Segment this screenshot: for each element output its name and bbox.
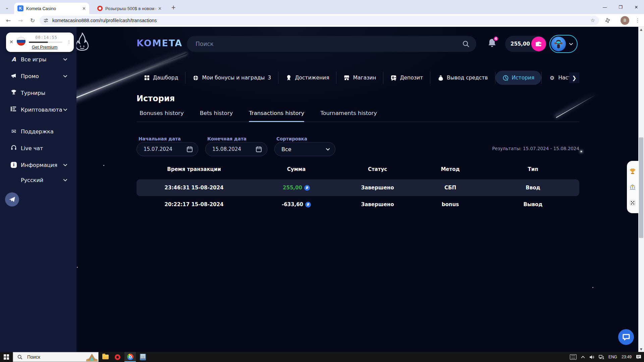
tab-close-icon[interactable]: ✕ <box>158 6 162 11</box>
sidebar-item-label: Криптовалюта <box>21 107 62 113</box>
news-reader-icon[interactable] <box>570 354 577 360</box>
bank-icon[interactable] <box>629 184 636 190</box>
livechat-headset-icon <box>10 145 17 152</box>
window-close-button[interactable]: ✕ <box>629 0 644 14</box>
chevron-down-icon <box>569 42 573 46</box>
scroll-down-arrow[interactable]: ▼ <box>638 348 644 351</box>
reload-button[interactable]: ↻ <box>27 14 38 27</box>
sidebar-item-all-games[interactable]: A Все игры <box>0 53 76 66</box>
overlay-close-icon[interactable]: ✕ <box>9 39 13 45</box>
scroll-up-arrow[interactable]: ▲ <box>638 28 644 31</box>
dice-icon[interactable] <box>629 199 636 206</box>
table-row[interactable]: 20:22:17 15-08-2024 -633,60 ₽ Завершено … <box>137 196 579 213</box>
sidebar-item-tournaments[interactable]: Турниры <box>0 86 76 100</box>
get-premium-link[interactable]: Get Premium <box>23 45 66 50</box>
extensions-puzzle-icon[interactable] <box>604 18 610 23</box>
start-date-input[interactable]: 15.07.2024 <box>137 142 198 156</box>
browser-menu-icon[interactable]: ⋮ <box>632 14 643 27</box>
tab-close-icon[interactable]: ✕ <box>82 6 86 11</box>
calendar-icon[interactable] <box>187 146 193 152</box>
nav-label: История <box>512 75 535 81</box>
nav-bonuses[interactable]: Мои бонусы и награды 3 <box>185 75 278 81</box>
search-icon[interactable] <box>462 40 470 48</box>
sort-select[interactable]: Все <box>274 142 335 156</box>
sort-value: Все <box>281 146 291 153</box>
browser-tab-inactive[interactable]: Розыгрыш 500$ в новом кази ✕ <box>94 3 165 14</box>
start-button[interactable] <box>0 352 13 362</box>
sidebar-item-live-chat[interactable]: Live чат <box>0 141 76 155</box>
calendar-icon[interactable] <box>256 146 262 152</box>
taskbar-search[interactable]: Поиск <box>13 352 99 362</box>
promo-megaphone-icon <box>10 73 17 80</box>
star-dot <box>592 287 593 288</box>
wallet-button[interactable] <box>531 37 546 51</box>
cell-status: Завершено <box>341 185 414 191</box>
site-search[interactable] <box>187 36 476 52</box>
file-explorer-icon[interactable] <box>100 352 111 362</box>
opera-icon[interactable] <box>112 352 123 362</box>
back-button[interactable]: ← <box>3 14 14 27</box>
language-indicator[interactable]: ENG <box>608 355 617 359</box>
balance-pill[interactable]: 255,00 ₽ <box>505 36 547 52</box>
sidebar-item-information[interactable]: i Информация <box>0 158 76 172</box>
end-date-input[interactable]: 15.08.2024 <box>205 142 267 156</box>
nav-shop[interactable]: Магазин <box>336 75 383 81</box>
chrome-icon[interactable] <box>124 352 136 362</box>
nav-dashboard[interactable]: Дашборд <box>137 75 185 81</box>
notifications-bell[interactable]: 4 <box>487 38 498 49</box>
page-scrollbar[interactable]: ▲ ▼ <box>638 27 644 352</box>
info-icon: i <box>10 162 17 168</box>
tab-bets-history[interactable]: Bets history <box>200 109 233 122</box>
nav-withdraw[interactable]: Вывод средств <box>430 75 495 81</box>
address-bar[interactable]: kometacasino888.com/ru/profile/cash/tran… <box>40 16 599 25</box>
bookmark-star-icon[interactable]: ☆ <box>591 17 595 23</box>
end-date-value: 15.08.2024 <box>212 146 241 152</box>
scrollbar-thumb[interactable] <box>639 137 643 238</box>
volume-icon[interactable] <box>589 355 594 359</box>
nav-history[interactable]: История <box>495 71 542 85</box>
tab-bonuses-history[interactable]: Bonuses history <box>140 109 184 122</box>
withdraw-moneybag-icon <box>437 75 444 81</box>
chevron-down-icon <box>63 58 67 61</box>
nav-achievements[interactable]: Достижения <box>278 75 336 81</box>
window-minimize-button[interactable]: — <box>597 0 612 14</box>
overlay-menu-icon[interactable]: ⋮ <box>67 39 71 44</box>
window-restore-button[interactable]: ❐ <box>613 0 628 14</box>
nav-deposit[interactable]: Депозит <box>383 75 430 81</box>
sidebar-item-promo[interactable]: Промо <box>0 69 76 83</box>
site-settings-icon[interactable] <box>44 18 48 23</box>
tab-transactions-history[interactable]: Transactions history <box>249 109 304 122</box>
hidden-icons-chevron[interactable] <box>581 356 585 358</box>
sidebar-item-support[interactable]: ✉ Поддержка <box>0 125 76 138</box>
tab-tournaments-history[interactable]: Tournaments history <box>320 109 377 122</box>
sidebar-item-language[interactable]: Русский <box>0 173 76 187</box>
browser-tab-active[interactable]: K Kometa Casino ✕ <box>14 3 89 14</box>
dashboard-grid-icon <box>144 75 150 80</box>
forward-button[interactable]: → <box>15 14 26 27</box>
network-icon[interactable] <box>599 355 604 359</box>
user-avatar[interactable] <box>551 37 566 51</box>
clock[interactable]: 23:49 <box>622 355 632 359</box>
url-text[interactable]: kometacasino888.com/ru/profile/cash/tran… <box>52 18 591 23</box>
sidebar-item-crypto[interactable]: Криптовалюта <box>0 103 76 116</box>
tab-search-button[interactable]: ⌄ <box>3 3 11 12</box>
sidebar-item-label: Поддержка <box>21 128 54 135</box>
profile-nav: Дашборд Мои бонусы и награды 3 Достижени… <box>137 70 579 85</box>
page-title: История <box>137 94 175 103</box>
action-center-icon[interactable] <box>636 355 641 359</box>
windows-taskbar: Поиск ENG 23:49 <box>0 352 644 362</box>
profile-menu[interactable] <box>549 35 578 53</box>
livechat-button[interactable] <box>618 329 634 345</box>
tournaments-trophy-icon <box>10 89 17 97</box>
browser-profile-avatar[interactable]: B <box>621 16 629 25</box>
search-input[interactable] <box>196 41 462 47</box>
kometa-logo[interactable]: KOMETA <box>137 38 182 48</box>
telegram-button[interactable] <box>5 192 19 206</box>
nav-scroll-right-button[interactable]: ❯ <box>569 72 579 83</box>
new-tab-button[interactable]: + <box>169 3 177 11</box>
nav-label: Депозит <box>400 75 423 81</box>
calculator-icon[interactable] <box>137 352 149 362</box>
nav-bonus-count: 3 <box>268 75 271 81</box>
table-row[interactable]: 23:46:31 15-08-2024 255,00 ₽ Завершено С… <box>137 179 579 196</box>
trophy-icon[interactable] <box>629 168 636 175</box>
